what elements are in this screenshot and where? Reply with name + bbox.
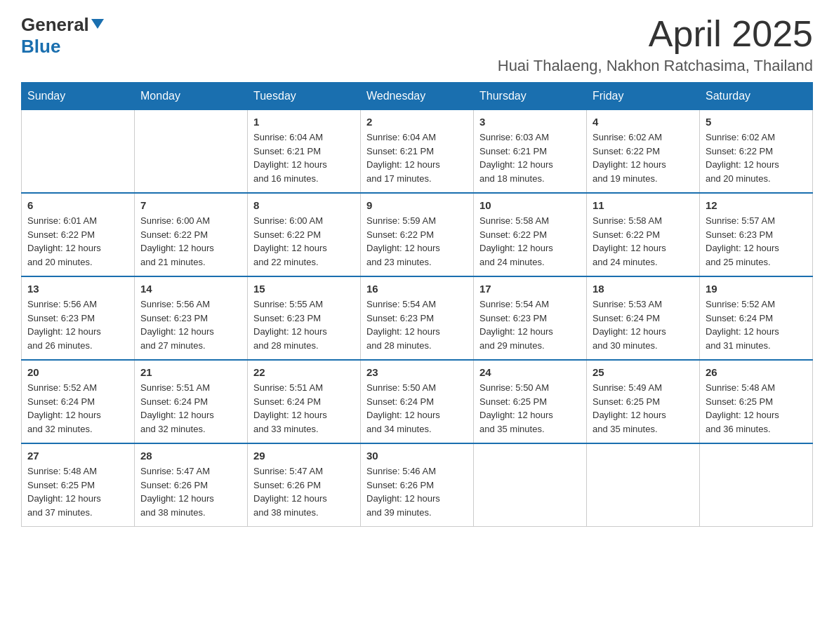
calendar-cell: 5Sunrise: 6:02 AMSunset: 6:22 PMDaylight… (700, 110, 813, 194)
day-number: 28 (140, 450, 241, 462)
day-info: Sunrise: 5:57 AMSunset: 6:23 PMDaylight:… (706, 214, 807, 269)
day-info: Sunrise: 5:50 AMSunset: 6:25 PMDaylight:… (479, 381, 581, 436)
calendar-cell: 3Sunrise: 6:03 AMSunset: 6:21 PMDaylight… (474, 110, 587, 194)
day-info: Sunrise: 5:58 AMSunset: 6:22 PMDaylight:… (479, 214, 581, 269)
day-number: 17 (479, 283, 581, 295)
calendar-cell: 17Sunrise: 5:54 AMSunset: 6:23 PMDayligh… (474, 276, 587, 360)
day-number: 18 (593, 283, 694, 295)
calendar-cell (587, 443, 700, 527)
weekday-header-row: SundayMondayTuesdayWednesdayThursdayFrid… (22, 83, 813, 110)
calendar-cell: 28Sunrise: 5:47 AMSunset: 6:26 PMDayligh… (135, 443, 248, 527)
calendar-cell (474, 443, 587, 527)
day-number: 14 (140, 283, 241, 295)
calendar-cell: 14Sunrise: 5:56 AMSunset: 6:23 PMDayligh… (135, 276, 248, 360)
calendar-cell: 26Sunrise: 5:48 AMSunset: 6:25 PMDayligh… (700, 360, 813, 443)
day-info: Sunrise: 5:49 AMSunset: 6:25 PMDaylight:… (593, 381, 694, 436)
calendar-cell: 10Sunrise: 5:58 AMSunset: 6:22 PMDayligh… (474, 193, 587, 276)
day-number: 29 (253, 450, 355, 462)
day-info: Sunrise: 5:52 AMSunset: 6:24 PMDaylight:… (27, 381, 128, 436)
calendar-cell: 7Sunrise: 6:00 AMSunset: 6:22 PMDaylight… (135, 193, 248, 276)
calendar-cell: 29Sunrise: 5:47 AMSunset: 6:26 PMDayligh… (248, 443, 361, 527)
day-info: Sunrise: 6:04 AMSunset: 6:21 PMDaylight:… (366, 130, 468, 185)
day-info: Sunrise: 5:58 AMSunset: 6:22 PMDaylight:… (593, 214, 694, 269)
calendar-week-row: 1Sunrise: 6:04 AMSunset: 6:21 PMDaylight… (22, 110, 813, 194)
day-info: Sunrise: 6:04 AMSunset: 6:21 PMDaylight:… (253, 130, 355, 185)
calendar-cell: 23Sunrise: 5:50 AMSunset: 6:24 PMDayligh… (361, 360, 474, 443)
calendar-cell: 12Sunrise: 5:57 AMSunset: 6:23 PMDayligh… (700, 193, 813, 276)
weekday-header-monday: Monday (135, 83, 248, 110)
day-number: 24 (479, 366, 581, 378)
calendar-body: 1Sunrise: 6:04 AMSunset: 6:21 PMDaylight… (22, 110, 813, 527)
calendar-cell: 30Sunrise: 5:46 AMSunset: 6:26 PMDayligh… (361, 443, 474, 527)
day-info: Sunrise: 6:01 AMSunset: 6:22 PMDaylight:… (27, 214, 128, 269)
day-number: 3 (479, 116, 581, 128)
logo-general-text: General (21, 14, 89, 36)
calendar-cell: 19Sunrise: 5:52 AMSunset: 6:24 PMDayligh… (700, 276, 813, 360)
day-info: Sunrise: 5:51 AMSunset: 6:24 PMDaylight:… (140, 381, 241, 436)
day-number: 15 (253, 283, 355, 295)
weekday-header-thursday: Thursday (474, 83, 587, 110)
day-number: 2 (366, 116, 468, 128)
day-number: 6 (27, 199, 128, 211)
header: General Blue April 2025 Huai Thalaeng, N… (21, 14, 813, 75)
day-number: 8 (253, 199, 355, 211)
weekday-header-tuesday: Tuesday (248, 83, 361, 110)
day-info: Sunrise: 6:03 AMSunset: 6:21 PMDaylight:… (479, 130, 581, 185)
day-info: Sunrise: 5:55 AMSunset: 6:23 PMDaylight:… (253, 297, 355, 352)
day-number: 19 (706, 283, 807, 295)
calendar-header: SundayMondayTuesdayWednesdayThursdayFrid… (22, 83, 813, 110)
title-area: April 2025 Huai Thalaeng, Nakhon Ratchas… (498, 14, 813, 75)
day-info: Sunrise: 5:48 AMSunset: 6:25 PMDaylight:… (706, 381, 807, 436)
day-info: Sunrise: 6:02 AMSunset: 6:22 PMDaylight:… (593, 130, 694, 185)
day-info: Sunrise: 6:00 AMSunset: 6:22 PMDaylight:… (140, 214, 241, 269)
weekday-header-sunday: Sunday (22, 83, 135, 110)
day-info: Sunrise: 5:56 AMSunset: 6:23 PMDaylight:… (140, 297, 241, 352)
day-info: Sunrise: 5:48 AMSunset: 6:25 PMDaylight:… (27, 464, 128, 519)
day-info: Sunrise: 5:54 AMSunset: 6:23 PMDaylight:… (366, 297, 468, 352)
calendar-cell: 27Sunrise: 5:48 AMSunset: 6:25 PMDayligh… (22, 443, 135, 527)
calendar-cell: 11Sunrise: 5:58 AMSunset: 6:22 PMDayligh… (587, 193, 700, 276)
calendar-week-row: 20Sunrise: 5:52 AMSunset: 6:24 PMDayligh… (22, 360, 813, 443)
day-number: 25 (593, 366, 694, 378)
calendar-cell (700, 443, 813, 527)
day-number: 23 (366, 366, 468, 378)
day-number: 4 (593, 116, 694, 128)
day-info: Sunrise: 5:59 AMSunset: 6:22 PMDaylight:… (366, 214, 468, 269)
day-number: 20 (27, 366, 128, 378)
day-info: Sunrise: 6:00 AMSunset: 6:22 PMDaylight:… (253, 214, 355, 269)
day-number: 30 (366, 450, 468, 462)
calendar-cell: 22Sunrise: 5:51 AMSunset: 6:24 PMDayligh… (248, 360, 361, 443)
day-info: Sunrise: 5:56 AMSunset: 6:23 PMDaylight:… (27, 297, 128, 352)
calendar-cell (135, 110, 248, 194)
month-title: April 2025 (498, 14, 813, 54)
calendar-cell: 1Sunrise: 6:04 AMSunset: 6:21 PMDaylight… (248, 110, 361, 194)
day-info: Sunrise: 5:50 AMSunset: 6:24 PMDaylight:… (366, 381, 468, 436)
day-number: 9 (366, 199, 468, 211)
day-number: 27 (27, 450, 128, 462)
weekday-header-wednesday: Wednesday (361, 83, 474, 110)
day-info: Sunrise: 5:53 AMSunset: 6:24 PMDaylight:… (593, 297, 694, 352)
location-title: Huai Thalaeng, Nakhon Ratchasima, Thaila… (498, 57, 813, 75)
calendar-cell: 18Sunrise: 5:53 AMSunset: 6:24 PMDayligh… (587, 276, 700, 360)
day-number: 12 (706, 199, 807, 211)
day-number: 11 (593, 199, 694, 211)
weekday-header-saturday: Saturday (700, 83, 813, 110)
logo: General Blue (21, 14, 104, 58)
calendar-cell: 24Sunrise: 5:50 AMSunset: 6:25 PMDayligh… (474, 360, 587, 443)
day-number: 16 (366, 283, 468, 295)
calendar-cell: 8Sunrise: 6:00 AMSunset: 6:22 PMDaylight… (248, 193, 361, 276)
day-number: 10 (479, 199, 581, 211)
calendar-cell: 4Sunrise: 6:02 AMSunset: 6:22 PMDaylight… (587, 110, 700, 194)
calendar-cell: 2Sunrise: 6:04 AMSunset: 6:21 PMDaylight… (361, 110, 474, 194)
calendar-week-row: 27Sunrise: 5:48 AMSunset: 6:25 PMDayligh… (22, 443, 813, 527)
logo-triangle-icon (91, 19, 104, 29)
day-number: 1 (253, 116, 355, 128)
calendar-cell: 21Sunrise: 5:51 AMSunset: 6:24 PMDayligh… (135, 360, 248, 443)
day-info: Sunrise: 5:54 AMSunset: 6:23 PMDaylight:… (479, 297, 581, 352)
calendar-cell: 20Sunrise: 5:52 AMSunset: 6:24 PMDayligh… (22, 360, 135, 443)
day-info: Sunrise: 5:52 AMSunset: 6:24 PMDaylight:… (706, 297, 807, 352)
calendar-cell: 25Sunrise: 5:49 AMSunset: 6:25 PMDayligh… (587, 360, 700, 443)
day-number: 5 (706, 116, 807, 128)
calendar-week-row: 6Sunrise: 6:01 AMSunset: 6:22 PMDaylight… (22, 193, 813, 276)
calendar-cell: 13Sunrise: 5:56 AMSunset: 6:23 PMDayligh… (22, 276, 135, 360)
